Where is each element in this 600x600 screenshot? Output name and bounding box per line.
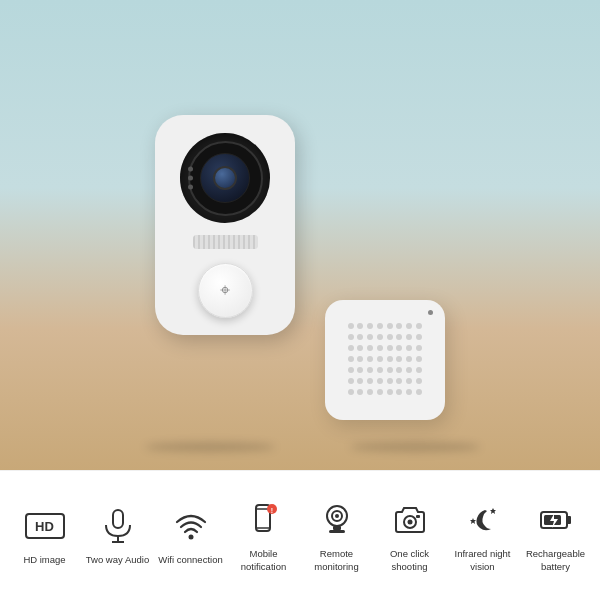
chime-speaker-grid xyxy=(343,318,428,403)
chime-hole xyxy=(357,389,363,395)
svg-rect-13 xyxy=(329,530,345,533)
chime-hole xyxy=(406,323,412,329)
doorbell-button[interactable]: ⌖ xyxy=(198,263,253,318)
chime-hole xyxy=(387,378,393,384)
ir-dots xyxy=(188,167,193,190)
bell-icon: ⌖ xyxy=(220,280,230,301)
feature-wifi: Wifi connection xyxy=(154,504,227,566)
chime-hole xyxy=(357,378,363,384)
feature-battery: Rechargeable battery xyxy=(519,498,592,573)
mobile-label: Mobile notification xyxy=(227,548,300,573)
svg-point-11 xyxy=(335,514,339,518)
chime-hole xyxy=(387,389,393,395)
chime-hole xyxy=(367,356,373,362)
chime-hole xyxy=(396,367,402,373)
chime-hole xyxy=(406,389,412,395)
chime-hole xyxy=(396,345,402,351)
chime-hole xyxy=(416,378,422,384)
features-bar: HD HD image Two way Audio xyxy=(0,470,600,600)
chime-hole xyxy=(406,367,412,373)
chime-hole xyxy=(357,367,363,373)
svg-text:!: ! xyxy=(270,507,272,514)
chime-hole xyxy=(387,356,393,362)
chime-hole xyxy=(416,334,422,340)
chime-hole xyxy=(396,323,402,329)
chime-hole xyxy=(357,334,363,340)
camera-housing xyxy=(180,133,270,223)
chime-hole xyxy=(396,334,402,340)
chime-hole xyxy=(367,334,373,340)
chime-hole xyxy=(357,356,363,362)
chime-device xyxy=(325,300,445,420)
chime-hole xyxy=(387,323,393,329)
chime-hole xyxy=(406,345,412,351)
svg-rect-0 xyxy=(113,510,123,528)
chime-hole xyxy=(416,356,422,362)
svg-point-15 xyxy=(407,520,412,525)
chime-hole xyxy=(377,334,383,340)
chime-hole xyxy=(357,323,363,329)
chime-hole xyxy=(377,356,383,362)
chime-hole xyxy=(396,378,402,384)
ir-dot xyxy=(188,176,193,181)
webcam-icon xyxy=(315,498,359,542)
hd-label: HD image xyxy=(23,554,65,566)
ir-dot xyxy=(188,185,193,190)
chime-hole xyxy=(396,356,402,362)
chime-hole xyxy=(377,367,383,373)
wifi-label: Wifi connection xyxy=(158,554,222,566)
chime-hole xyxy=(377,378,383,384)
chime-hole xyxy=(348,378,354,384)
chime-indicator xyxy=(428,310,433,315)
battery-label: Rechargeable battery xyxy=(519,548,592,573)
chime-hole xyxy=(367,323,373,329)
chime-hole xyxy=(387,334,393,340)
svg-rect-20 xyxy=(567,516,571,524)
chime-hole xyxy=(406,356,412,362)
chime-hole xyxy=(406,378,412,384)
svg-point-3 xyxy=(188,535,193,540)
camera-outer-ring xyxy=(188,141,263,216)
chime-hole xyxy=(416,389,422,395)
main-container: ⌖ HD HD image xyxy=(0,0,600,600)
battery-icon xyxy=(534,498,578,542)
speaker-grille xyxy=(193,235,258,249)
chime-hole xyxy=(377,389,383,395)
svg-rect-12 xyxy=(333,526,341,530)
chime-hole xyxy=(367,389,373,395)
remote-label: Remote monitoring xyxy=(300,548,373,573)
chime-hole xyxy=(357,345,363,351)
chime-hole xyxy=(367,367,373,373)
feature-shooting: One click shooting xyxy=(373,498,446,573)
phone-icon: ! xyxy=(242,498,286,542)
chime-hole xyxy=(348,367,354,373)
night-label: Infrared night vision xyxy=(446,548,519,573)
doorbell-shadow xyxy=(145,442,275,452)
shooting-label: One click shooting xyxy=(373,548,446,573)
chime-hole xyxy=(396,389,402,395)
chime-hole xyxy=(416,345,422,351)
chime-hole xyxy=(348,389,354,395)
chime-hole xyxy=(377,323,383,329)
camera-inner xyxy=(200,153,250,203)
chime-hole xyxy=(387,367,393,373)
chime-hole xyxy=(416,367,422,373)
chime-hole xyxy=(348,323,354,329)
chime-hole xyxy=(348,356,354,362)
chime-hole xyxy=(387,345,393,351)
chime-hole xyxy=(406,334,412,340)
camera-icon xyxy=(388,498,432,542)
hd-icon: HD xyxy=(23,504,67,548)
mic-icon xyxy=(96,504,140,548)
feature-remote: Remote monitoring xyxy=(300,498,373,573)
product-area: ⌖ xyxy=(0,0,600,470)
chime-hole xyxy=(416,323,422,329)
feature-mobile: ! Mobile notification xyxy=(227,498,300,573)
chime-hole xyxy=(367,378,373,384)
wifi-icon xyxy=(169,504,213,548)
camera-lens xyxy=(213,166,237,190)
chime-hole xyxy=(367,345,373,351)
audio-label: Two way Audio xyxy=(86,554,149,566)
doorbell-device: ⌖ xyxy=(155,115,295,335)
chime-hole xyxy=(377,345,383,351)
